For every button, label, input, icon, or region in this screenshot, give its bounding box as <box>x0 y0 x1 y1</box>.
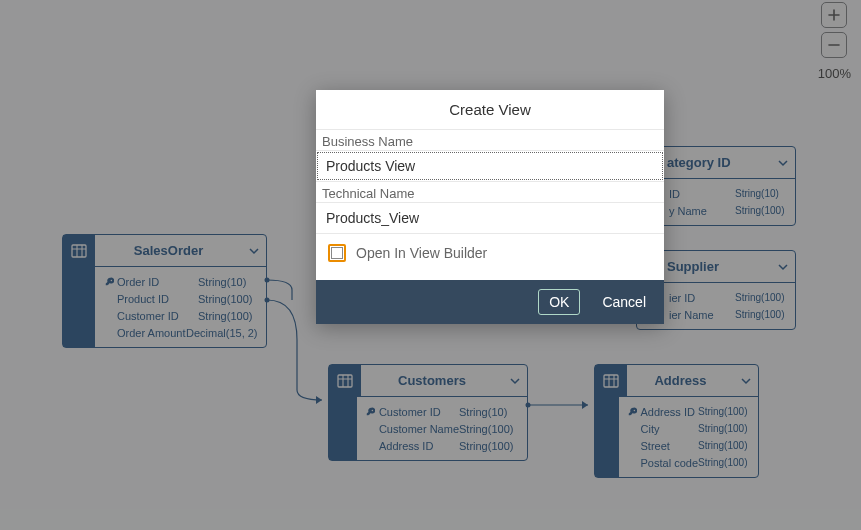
technical-name-label: Technical Name <box>316 182 664 202</box>
technical-name-input[interactable] <box>316 203 664 233</box>
open-in-view-builder-label: Open In View Builder <box>356 245 487 261</box>
dialog-footer: OK Cancel <box>316 280 664 324</box>
business-name-input[interactable] <box>316 151 664 181</box>
dialog-title: Create View <box>316 90 664 130</box>
business-name-label: Business Name <box>316 130 664 150</box>
cancel-button[interactable]: Cancel <box>596 293 652 311</box>
ok-button[interactable]: OK <box>538 289 580 315</box>
create-view-dialog: Create View Business Name Technical Name… <box>316 90 664 324</box>
open-in-view-builder-checkbox[interactable] <box>328 244 346 262</box>
